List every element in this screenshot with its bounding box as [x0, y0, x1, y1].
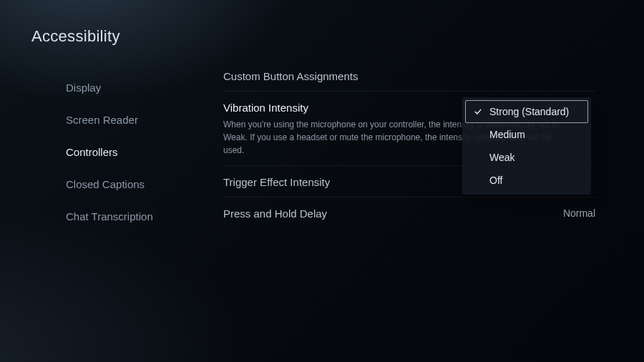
sidebar-item-closed-captions[interactable]: Closed Captions: [66, 168, 202, 200]
sidebar-item-controllers[interactable]: Controllers: [66, 136, 202, 168]
dropdown-option-label: Weak: [489, 152, 515, 163]
setting-press-and-hold-delay[interactable]: Press and Hold Delay Normal: [223, 197, 595, 228]
page-title: Accessibility: [31, 27, 120, 46]
setting-custom-button-assignments[interactable]: Custom Button Assignments: [223, 66, 595, 92]
sidebar: Display Screen Reader Controllers Closed…: [66, 72, 202, 233]
dropdown-option-strong[interactable]: Strong (Standard): [465, 100, 588, 123]
dropdown-option-label: Off: [489, 175, 502, 186]
dropdown-option-label: Medium: [489, 129, 525, 140]
dropdown-option-medium[interactable]: Medium: [465, 123, 588, 146]
setting-label: Custom Button Assignments: [223, 70, 595, 82]
setting-label: Press and Hold Delay: [223, 207, 595, 220]
check-icon: [472, 107, 484, 116]
sidebar-item-display[interactable]: Display: [66, 72, 202, 104]
setting-value: Normal: [563, 207, 595, 219]
dropdown-option-off[interactable]: Off: [465, 169, 588, 192]
dropdown-option-label: Strong (Standard): [489, 106, 569, 117]
sidebar-item-chat-transcription[interactable]: Chat Transcription: [66, 200, 202, 233]
sidebar-item-screen-reader[interactable]: Screen Reader: [66, 104, 202, 136]
vibration-intensity-dropdown: Strong (Standard) Medium Weak Off: [462, 97, 591, 195]
dropdown-option-weak[interactable]: Weak: [465, 146, 588, 169]
